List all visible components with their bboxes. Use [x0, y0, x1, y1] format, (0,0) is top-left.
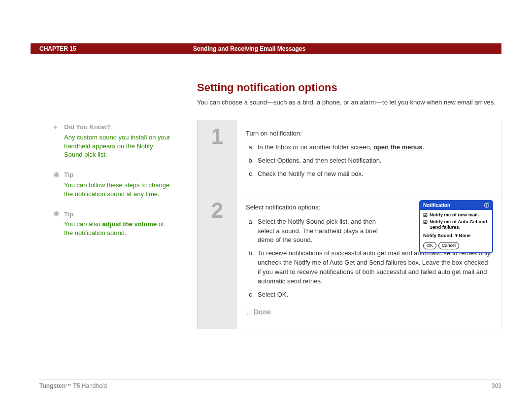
- sidebar: + Did You Know? Any custom sound you ins…: [53, 122, 171, 248]
- dialog-sound-label: Notify Sound:: [423, 233, 454, 238]
- open-the-menus-link[interactable]: open the menus: [373, 143, 423, 151]
- chapter-header-bar: CHAPTER 15 Sending and Receiving Email M…: [31, 43, 501, 54]
- sidebar-heading: Tip: [64, 210, 73, 219]
- step-item: In the Inbox or on another folder screen…: [256, 143, 492, 152]
- chapter-title: Sending and Receiving Email Messages: [193, 45, 305, 52]
- dialog-check2: Notify me of Auto Get and Send failures.: [430, 219, 489, 230]
- checkbox-icon: ☑: [423, 212, 428, 218]
- step-number: 1: [198, 120, 237, 194]
- page-number: 303: [492, 382, 501, 389]
- page-footer: Tungsten™ T5 Handheld 303: [39, 379, 501, 389]
- sidebar-body: Any custom sound you install on your han…: [64, 133, 171, 159]
- step-body: Notification ⓘ ☑ Notify me of new mail. …: [237, 194, 501, 329]
- plus-icon: +: [53, 122, 62, 132]
- done-label: Done: [254, 307, 271, 317]
- sidebar-body: You can also adjust the volume of the no…: [64, 220, 171, 237]
- main-content: Setting notification options You can cho…: [197, 81, 501, 329]
- step-item: To receive notifications of successful a…: [256, 249, 492, 286]
- dialog-title: Notification: [423, 202, 450, 209]
- ok-button[interactable]: OK: [423, 242, 436, 249]
- notification-dialog: Notification ⓘ ☑ Notify me of new mail. …: [419, 200, 493, 253]
- step-1: 1 Turn on notification: In the Inbox or …: [197, 120, 501, 194]
- sidebar-heading: Tip: [64, 171, 73, 179]
- step-number: 2: [198, 194, 237, 329]
- sidebar-tip-2: ✱ Tip You can also adjust the volume of …: [53, 209, 171, 237]
- dialog-sound-value: None: [459, 233, 471, 238]
- asterisk-icon: ✱: [53, 170, 62, 180]
- sidebar-did-you-know: + Did You Know? Any custom sound you ins…: [53, 122, 171, 159]
- adjust-volume-link[interactable]: adjust the volume: [102, 220, 157, 228]
- dropdown-arrow-icon: ▾: [455, 233, 458, 238]
- sidebar-heading: Did You Know?: [64, 123, 111, 132]
- step-lead: Turn on notification:: [246, 129, 492, 138]
- footer-product: Tungsten™ T5 Handheld: [39, 382, 107, 389]
- step-2: 2 Notification ⓘ ☑ Notify me of new mail…: [197, 194, 501, 329]
- cancel-button[interactable]: Cancel: [438, 242, 459, 249]
- asterisk-icon: ✱: [53, 209, 62, 219]
- sidebar-tip-1: ✱ Tip You can follow these steps to chan…: [53, 170, 171, 198]
- step-item: Select Options, and then select Notifica…: [256, 156, 492, 166]
- checkbox-icon: ☑: [423, 219, 428, 225]
- sidebar-body: You can follow these steps to change the…: [64, 181, 171, 198]
- step-item: Check the Notify me of new mail box.: [256, 170, 492, 179]
- info-icon: ⓘ: [484, 202, 489, 209]
- section-title: Setting notification options: [197, 81, 501, 94]
- done-arrow-icon: ↓: [246, 307, 250, 318]
- dialog-check1: Notify me of new mail.: [430, 212, 479, 218]
- step-item: Select OK.: [256, 290, 492, 300]
- step-body: Turn on notification: In the Inbox or on…: [237, 120, 501, 194]
- done-indicator: ↓ Done: [246, 307, 492, 318]
- chapter-label: CHAPTER 15: [31, 45, 193, 52]
- section-description: You can choose a sound—such as a bird, a…: [197, 98, 501, 107]
